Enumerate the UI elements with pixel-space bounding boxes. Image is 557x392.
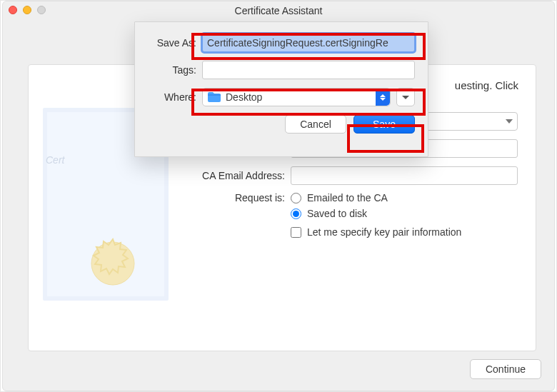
request-emailed-radio[interactable]: [291, 193, 301, 203]
instruction-fragment: uesting. Click: [455, 79, 518, 91]
request-emailed-option[interactable]: Emailed to the CA: [291, 192, 461, 203]
request-emailed-label: Emailed to the CA: [307, 192, 388, 203]
specify-keypair-checkbox[interactable]: [291, 227, 301, 238]
svg-text:Cert: Cert: [46, 154, 66, 166]
zoom-window-button[interactable]: [37, 6, 46, 14]
save-as-label: Save As:: [148, 37, 202, 49]
disclose-button[interactable]: [396, 88, 415, 106]
save-as-field[interactable]: [202, 34, 415, 52]
request-is-label: Request is:: [182, 192, 291, 203]
cancel-button[interactable]: Cancel: [285, 115, 346, 134]
continue-button-label: Continue: [486, 363, 526, 375]
close-window-button[interactable]: [9, 6, 17, 14]
request-saved-option[interactable]: Saved to disk: [291, 208, 461, 219]
request-saved-label: Saved to disk: [307, 208, 367, 219]
where-value: Desktop: [226, 91, 262, 103]
assistant-window: Certificate Assistant uesting. Click Cer…: [2, 1, 555, 391]
stepper-arrows-icon: [376, 89, 390, 106]
window-title: Certificate Assistant: [235, 5, 323, 16]
folder-icon: [207, 91, 221, 103]
continue-button[interactable]: Continue: [470, 359, 541, 379]
specify-keypair-option[interactable]: Let me specify key pair information: [291, 226, 461, 238]
seal-icon: [84, 235, 141, 292]
ca-email-field[interactable]: [291, 166, 518, 185]
request-saved-radio[interactable]: [291, 208, 301, 219]
specify-keypair-label: Let me specify key pair information: [307, 226, 461, 238]
minimize-window-button[interactable]: [23, 6, 31, 14]
titlebar: Certificate Assistant: [3, 1, 554, 20]
window-controls: [9, 6, 46, 14]
where-label: Where:: [148, 91, 202, 103]
where-dropdown[interactable]: Desktop: [202, 88, 391, 106]
tags-field[interactable]: [202, 61, 415, 79]
save-button-label: Save: [373, 119, 396, 130]
chevron-down-icon: [402, 96, 409, 99]
cancel-button-label: Cancel: [300, 119, 331, 130]
tags-label: Tags:: [148, 64, 202, 76]
ca-email-label: CA Email Address:: [182, 170, 291, 181]
save-sheet: Save As: Tags: Where: Desktop: [134, 21, 428, 157]
save-button[interactable]: Save: [353, 115, 415, 134]
